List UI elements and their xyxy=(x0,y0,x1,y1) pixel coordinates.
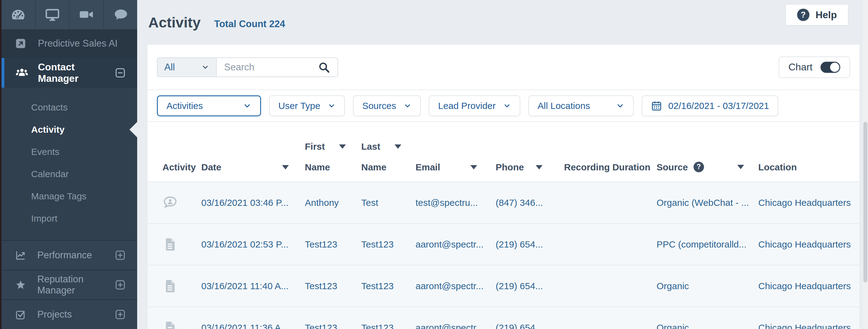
chart-toggle-button[interactable]: Chart xyxy=(779,56,850,78)
active-item-arrow xyxy=(129,122,137,137)
col-activity: Activity xyxy=(162,162,201,172)
table-row[interactable]: 03/16/2021 11:40 A... Test123 Test123 aa… xyxy=(148,266,859,307)
cell-phone: (219) 654... xyxy=(496,281,564,291)
col-recording-duration: Recording Duration xyxy=(564,162,656,172)
sources-filter-dropdown[interactable]: Sources xyxy=(353,95,421,116)
source-help-icon[interactable]: ? xyxy=(693,162,704,172)
sidebar-item-contact-manager[interactable]: Contact Manager xyxy=(2,58,137,88)
sidebar-item-import[interactable]: Import xyxy=(2,208,137,229)
monitor-icon xyxy=(45,7,60,22)
expand-section-icon[interactable] xyxy=(115,309,125,320)
search-button[interactable] xyxy=(310,58,338,77)
monitor-nav-button[interactable] xyxy=(36,0,70,29)
users-icon xyxy=(15,66,29,80)
vertical-scrollbar[interactable] xyxy=(863,0,868,329)
chat-nav-button[interactable] xyxy=(104,0,137,29)
cell-last-name: Test123 xyxy=(361,323,415,329)
col-first-name: First Name xyxy=(305,141,361,172)
col-phone: Phone xyxy=(496,162,564,172)
chat-bubble-icon xyxy=(113,7,128,22)
sidebar-item-events[interactable]: Events xyxy=(2,141,137,163)
gauge-nav-button[interactable] xyxy=(2,0,36,29)
chart-toggle-switch[interactable] xyxy=(820,62,840,73)
cell-last-name: Test123 xyxy=(361,281,415,291)
sort-caret-icon[interactable] xyxy=(536,165,542,169)
cell-location: Chicago Headquarters xyxy=(758,239,852,250)
col-location: Location xyxy=(758,162,852,172)
sidebar-item-activity[interactable]: Activity xyxy=(2,118,137,141)
cell-first-name: Anthony xyxy=(305,197,361,208)
sidebar-item-manage-tags[interactable]: Manage Tags xyxy=(2,185,137,208)
sidebar-item-label: Predictive Sales AI xyxy=(38,38,118,49)
chat-activity-icon xyxy=(162,195,201,211)
table-row[interactable]: 03/16/2021 03:46 P... Anthony Test test@… xyxy=(148,182,859,224)
page-title: Activity xyxy=(148,14,201,31)
activities-filter-dropdown[interactable]: Activities xyxy=(157,95,261,116)
cell-location: Chicago Headquarters xyxy=(758,323,852,329)
search-group: All xyxy=(157,57,338,77)
gauge-icon xyxy=(10,7,26,22)
search-category-select[interactable]: All xyxy=(157,58,217,77)
table-row[interactable]: 03/16/2021 02:53 P... Test123 Test123 aa… xyxy=(148,224,859,266)
chevron-down-icon xyxy=(201,63,209,71)
video-nav-button[interactable] xyxy=(70,0,104,29)
help-question-icon: ? xyxy=(797,9,809,21)
search-icon xyxy=(317,61,331,74)
sidebar-item-projects[interactable]: Projects xyxy=(2,299,137,329)
sort-caret-icon[interactable] xyxy=(282,165,289,169)
help-label: Help xyxy=(815,9,837,21)
chart-toggle-label: Chart xyxy=(788,61,812,73)
contact-manager-submenu: Contacts Activity Events Calendar Manage… xyxy=(2,88,137,240)
sort-caret-icon[interactable] xyxy=(339,144,346,149)
search-input[interactable] xyxy=(217,58,310,77)
document-activity-icon xyxy=(162,278,201,294)
check-square-icon xyxy=(15,309,26,320)
external-link-icon xyxy=(15,38,26,49)
document-activity-icon xyxy=(162,237,201,252)
sidebar-item-contacts[interactable]: Contacts xyxy=(2,96,137,118)
user-type-filter-dropdown[interactable]: User Type xyxy=(269,95,345,116)
expand-section-icon[interactable] xyxy=(115,280,125,290)
cell-phone: (219) 654... xyxy=(496,239,564,250)
table-row[interactable]: 03/16/2021 11:36 A... Test123 Test123 aa… xyxy=(148,307,859,329)
cell-email: aaront@spectr... xyxy=(415,281,496,291)
locations-filter-dropdown[interactable]: All Locations xyxy=(528,95,634,116)
col-source: Source ? xyxy=(656,162,758,172)
cell-source: Organic xyxy=(656,323,758,329)
sidebar-item-calendar[interactable]: Calendar xyxy=(2,163,137,185)
chevron-down-icon xyxy=(616,102,624,110)
cell-last-name: Test123 xyxy=(361,239,415,250)
cell-first-name: Test123 xyxy=(305,281,361,291)
sort-caret-icon[interactable] xyxy=(737,165,744,169)
scrollbar-thumb[interactable] xyxy=(863,122,867,282)
cell-email: aaront@spectr... xyxy=(415,323,496,329)
video-camera-icon xyxy=(79,7,94,22)
sidebar-item-predictive-sales-ai[interactable]: Predictive Sales AI xyxy=(2,29,137,58)
chevron-down-icon xyxy=(328,102,336,110)
sidebar-item-reputation-manager[interactable]: Reputation Manager xyxy=(2,270,137,299)
cell-location: Chicago Headquarters xyxy=(758,281,852,291)
cell-source: Organic (WebChat - ... xyxy=(656,197,758,208)
col-date: Date xyxy=(201,162,305,172)
sort-caret-icon[interactable] xyxy=(395,144,401,149)
cell-date: 03/16/2021 11:40 A... xyxy=(201,281,305,291)
cell-first-name: Test123 xyxy=(305,323,361,329)
date-range-picker[interactable]: 02/16/2021 - 03/17/2021 xyxy=(642,95,778,116)
sidebar-item-label: Projects xyxy=(37,309,72,320)
sidebar-item-performance[interactable]: Performance xyxy=(2,240,137,270)
sidebar-iconbar xyxy=(2,0,137,29)
expand-section-icon[interactable] xyxy=(115,250,125,261)
cell-source: Organic xyxy=(656,281,758,291)
table-header: Activity Date First Name Last Na xyxy=(148,122,859,182)
cell-first-name: Test123 xyxy=(305,239,361,250)
sort-caret-icon[interactable] xyxy=(470,165,477,169)
chevron-down-icon xyxy=(243,102,251,110)
collapse-section-icon[interactable] xyxy=(115,67,125,78)
help-button[interactable]: ? Help xyxy=(786,4,848,25)
cell-date: 03/16/2021 11:36 A... xyxy=(201,323,305,329)
lead-provider-filter-dropdown[interactable]: Lead Provider xyxy=(429,95,520,116)
calendar-icon xyxy=(651,100,662,111)
filter-row: Activities User Type Sources Lead Provid… xyxy=(148,90,859,122)
content-panel: All Chart Ac xyxy=(148,45,859,329)
col-email: Email xyxy=(415,162,496,172)
